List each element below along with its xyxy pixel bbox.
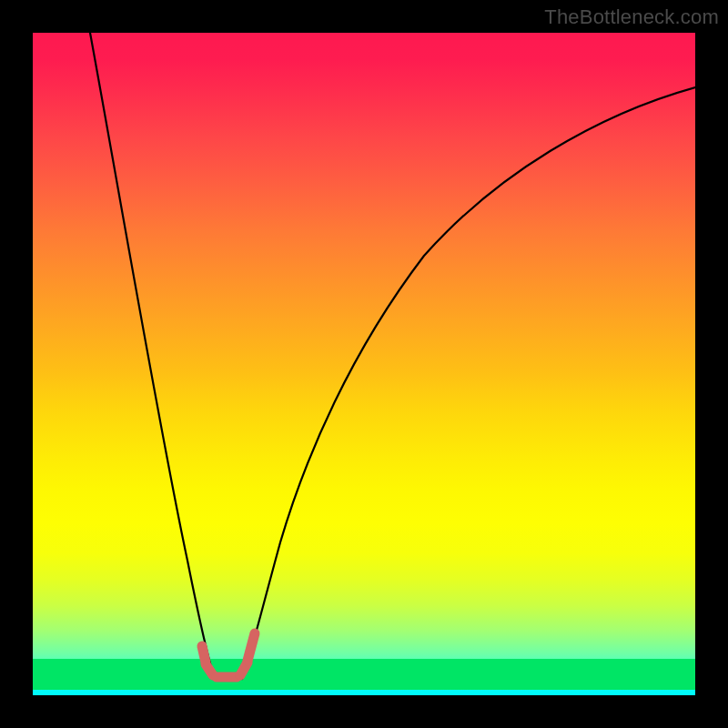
bottleneck-curve-left [90,33,215,679]
valley-seg [206,664,213,675]
bottleneck-curve-right [242,87,695,679]
watermark-text: TheBottleneck.com [544,5,719,29]
valley-segments [202,633,255,677]
chart-frame: TheBottleneck.com [0,0,728,728]
plot-area [33,33,695,695]
valley-seg [248,633,255,661]
curve-layer [33,33,695,695]
